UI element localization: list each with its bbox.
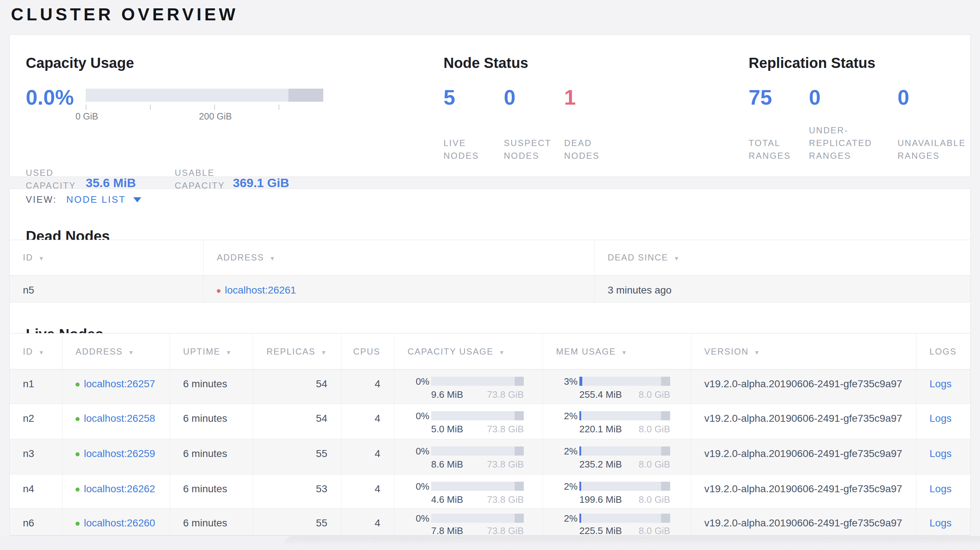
- cpus-cell: 4: [341, 439, 394, 474]
- unavailable-ranges-count: 0: [897, 85, 909, 109]
- capacity-total-value: 73.8 GiB: [487, 424, 524, 435]
- logs-link[interactable]: Logs: [929, 413, 952, 424]
- capacity-bar-other-segment: [515, 377, 524, 386]
- mem-bar-fill: [579, 377, 582, 386]
- used-capacity-value: 35.6 MiB: [86, 176, 136, 190]
- capacity-usage-cell: 0% 9.6 MiB 73.8 GiB: [394, 369, 542, 404]
- column-header-address[interactable]: ADDRESS ▼: [62, 334, 170, 369]
- node-id-cell: n4: [10, 474, 62, 508]
- dead-status-icon: [217, 289, 221, 293]
- capacity-usage-bar: [86, 89, 323, 102]
- capacity-bar: [431, 411, 524, 420]
- logs-cell: Logs: [916, 474, 970, 508]
- column-header-id[interactable]: ID ▼: [10, 240, 204, 275]
- axis-tick: [86, 105, 86, 110]
- logs-link[interactable]: Logs: [929, 517, 952, 529]
- under-replicated-ranges-label: UNDER-REPLICATED RANGES: [809, 124, 892, 162]
- capacity-bar-other-segment: [288, 89, 323, 102]
- replicas-cell: 53: [253, 474, 341, 508]
- uptime-cell: 6 minutes: [170, 509, 253, 535]
- view-dropdown[interactable]: NODE LIST: [66, 194, 126, 205]
- column-header-cpus[interactable]: CPUS: [341, 334, 394, 369]
- sort-arrow-icon: ▼: [754, 350, 760, 356]
- axis-tick-label: 200 GiB: [199, 111, 232, 122]
- capacity-bar-other-segment: [515, 513, 524, 523]
- replicas-cell: 55: [253, 439, 341, 474]
- sort-arrow-icon: ▼: [38, 350, 45, 356]
- capacity-total-value: 73.8 GiB: [487, 494, 524, 505]
- below-fold-band: [0, 536, 980, 550]
- live-node-row: n2 localhost:26258 6 minutes 54 4 0% 5.0…: [10, 404, 970, 439]
- column-header-capacity-usage[interactable]: CAPACITY USAGE ▼: [394, 334, 542, 369]
- capacity-bar: [431, 447, 524, 456]
- capacity-total-value: 73.8 GiB: [487, 525, 524, 536]
- column-header-version[interactable]: VERSION ▼: [691, 334, 916, 369]
- column-header-mem-usage[interactable]: MEM USAGE ▼: [542, 334, 691, 369]
- mem-bar-other-segment: [661, 482, 670, 491]
- mem-percent: 2%: [543, 481, 578, 492]
- capacity-used-value: 5.0 MiB: [431, 424, 463, 435]
- total-ranges-label: TOTAL RANGES: [749, 137, 803, 162]
- column-header-uptime[interactable]: UPTIME ▼: [170, 334, 253, 369]
- node-id-cell: n5: [10, 276, 204, 302]
- live-status-icon: [76, 522, 80, 526]
- uptime-cell: 6 minutes: [170, 474, 253, 508]
- logs-link[interactable]: Logs: [929, 483, 952, 494]
- column-header-dead-since[interactable]: DEAD SINCE ▼: [594, 240, 970, 275]
- node-address-link[interactable]: localhost:26260: [84, 517, 155, 529]
- node-id-cell: n2: [10, 404, 62, 439]
- node-address-cell: localhost:26262: [62, 474, 170, 508]
- logs-link[interactable]: Logs: [929, 378, 952, 389]
- node-address-cell: localhost:26261: [204, 276, 594, 302]
- node-address-link[interactable]: localhost:26262: [84, 483, 155, 494]
- mem-total-value: 8.0 GiB: [639, 424, 670, 435]
- sort-arrow-icon: ▼: [673, 255, 680, 262]
- sort-arrow-icon: ▼: [621, 350, 628, 356]
- dead-since-cell: 3 minutes ago: [594, 276, 970, 302]
- version-cell: v19.2.0-alpha.20190606-2491-gfe735c9a97: [691, 404, 916, 439]
- live-status-icon: [76, 417, 80, 421]
- mem-bar-fill: [579, 411, 581, 420]
- mem-bar-other-segment: [661, 377, 670, 386]
- logs-cell: Logs: [916, 404, 970, 439]
- replicas-cell: 54: [253, 369, 341, 404]
- mem-bar-fill: [579, 513, 581, 523]
- mem-bar: [579, 411, 670, 420]
- live-node-row: n6 localhost:26260 6 minutes 55 4 0% 7.8…: [10, 509, 970, 536]
- node-address-link[interactable]: localhost:26257: [84, 378, 155, 389]
- suspect-nodes-count: 0: [504, 85, 515, 109]
- mem-total-value: 8.0 GiB: [639, 525, 670, 536]
- cpus-cell: 4: [341, 369, 394, 404]
- capacity-total-value: 73.8 GiB: [487, 459, 524, 470]
- mem-usage-cell: 3% 255.4 MiB 8.0 GiB: [542, 369, 691, 404]
- node-id-cell: n3: [10, 439, 62, 474]
- mem-bar: [579, 377, 670, 386]
- mem-used-value: 255.4 MiB: [579, 389, 622, 401]
- node-address-cell: localhost:26258: [62, 404, 170, 439]
- node-id-cell: n1: [10, 369, 62, 404]
- mem-total-value: 8.0 GiB: [639, 389, 670, 401]
- logs-link[interactable]: Logs: [929, 448, 952, 459]
- node-address-link[interactable]: localhost:26258: [84, 413, 155, 424]
- column-header-replicas[interactable]: REPLICAS ▼: [253, 334, 341, 369]
- mem-total-value: 8.0 GiB: [639, 494, 670, 505]
- mem-used-value: 235.2 MiB: [579, 459, 622, 470]
- column-header-address[interactable]: ADDRESS ▼: [204, 240, 594, 275]
- node-address-cell: localhost:26259: [62, 439, 170, 474]
- chevron-down-icon[interactable]: [133, 197, 141, 202]
- mem-percent: 2%: [543, 513, 578, 524]
- usable-capacity-value: 369.1 GiB: [233, 176, 289, 190]
- mem-bar: [579, 447, 670, 456]
- node-address-link[interactable]: localhost:26261: [225, 285, 296, 296]
- capacity-usage-cell: 0% 4.6 MiB 73.8 GiB: [394, 474, 542, 508]
- cluster-overview-page: CLUSTER OVERVIEW Capacity Usage 0.0% 0 G…: [0, 0, 980, 550]
- node-address-link[interactable]: localhost:26259: [84, 448, 155, 459]
- logs-cell: Logs: [916, 439, 970, 474]
- mem-bar-other-segment: [661, 513, 670, 523]
- mem-bar-fill: [579, 482, 581, 491]
- total-ranges-count: 75: [749, 85, 772, 109]
- mem-usage-cell: 2% 220.1 MiB 8.0 GiB: [542, 404, 691, 439]
- dead-nodes-table-body: n5 localhost:26261 3 minutes ago: [10, 276, 970, 303]
- column-header-id[interactable]: ID ▼: [10, 334, 62, 369]
- uptime-cell: 6 minutes: [170, 439, 253, 474]
